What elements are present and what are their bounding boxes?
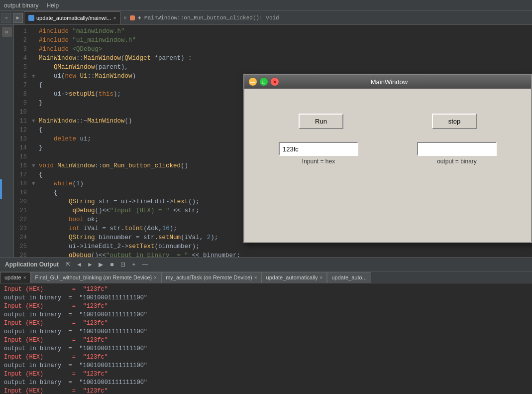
qt-window-controls: — □ ✕ bbox=[248, 77, 279, 86]
log-line-10: output in binary = "10010001111111100" bbox=[4, 362, 528, 370]
qt-input-binary[interactable] bbox=[417, 142, 497, 156]
log-text-5: Input (HEX) = "123fc" bbox=[4, 319, 108, 328]
menu-output-binary[interactable]: output binary bbox=[4, 2, 38, 9]
output-tab-my-actual-label: my_actualTask (on Remote Device) bbox=[166, 274, 252, 280]
qt-maximize-button[interactable]: □ bbox=[259, 77, 268, 86]
log-line-4: output in binary = "10010001111111100" bbox=[4, 311, 528, 319]
qt-label-output: output = binary bbox=[437, 158, 477, 165]
log-line-11: Input (HEX) = "123fc" bbox=[4, 370, 528, 379]
qt-window-title: MainWindow bbox=[279, 78, 499, 86]
qt-label-input: Inpunt = hex bbox=[302, 158, 335, 165]
menu-help[interactable]: Help bbox=[46, 2, 59, 9]
tab-label: update_automatically/mainwi... bbox=[36, 15, 111, 21]
log-line-2: output in binary = "10010001111111100" bbox=[4, 294, 528, 302]
tab-func-label: ♦ MainWindow::on_Run_button_clicked(): v… bbox=[135, 15, 282, 21]
log-line-7: Input (HEX) = "123fc" bbox=[4, 336, 528, 345]
output-tab-final-gui-label: Final_GUI_without_blinking (on Remote De… bbox=[35, 274, 152, 280]
code-line-1: 1#include "mainwindow.h" bbox=[14, 27, 532, 36]
output-panel: Application Output ⇱ ◄ ► ▶ ■ ⊡ + — updat… bbox=[0, 257, 532, 394]
qt-input-hex-group: Inpunt = hex bbox=[279, 142, 358, 165]
nav-forward-button[interactable]: ► bbox=[13, 13, 23, 23]
code-line-3: 3#include <QDebug> bbox=[14, 45, 532, 54]
log-line-13: Input (HEX) = "123fc" bbox=[4, 387, 528, 394]
output-tab-my-actual[interactable]: my_actualTask (on Remote Device) × bbox=[161, 272, 261, 283]
code-line-2: 2#include "ui_mainwindow.h" bbox=[14, 36, 532, 45]
output-run-button[interactable]: ▶ bbox=[97, 260, 106, 269]
log-text-13: Input (HEX) = "123fc" bbox=[4, 387, 108, 394]
output-tab-final-gui-close[interactable]: × bbox=[154, 275, 157, 280]
output-tab-update-auto2[interactable]: update_auto... bbox=[327, 272, 371, 283]
nav-back-button[interactable]: ◄ bbox=[1, 13, 11, 23]
log-line-3: Input (HEX) = "123fc" bbox=[4, 302, 528, 311]
output-tab-update-close[interactable]: × bbox=[23, 275, 26, 280]
qt-inputs-row: Inpunt = hex output = binary bbox=[254, 142, 521, 165]
qt-input-hex[interactable] bbox=[279, 142, 358, 156]
output-title: Application Output bbox=[2, 261, 62, 268]
log-text-9: Input (HEX) = "123fc" bbox=[4, 353, 108, 362]
log-text-11: Input (HEX) = "123fc" bbox=[4, 370, 108, 379]
log-text-2: output in binary = "10010001111111100" bbox=[4, 294, 147, 302]
tab-mainwi[interactable]: update_automatically/mainwi... × bbox=[24, 11, 120, 24]
output-minimize-button[interactable]: — bbox=[140, 260, 149, 269]
menu-bar: output binary Help bbox=[0, 0, 532, 11]
output-toolbar: Application Output ⇱ ◄ ► ▶ ■ ⊡ + — bbox=[0, 258, 532, 271]
qt-buttons-row: Run stop bbox=[254, 114, 521, 129]
log-line-1: Input (HEX) = "123fc" bbox=[4, 285, 528, 294]
cpp-file-icon bbox=[28, 15, 34, 21]
qt-window: — □ ✕ MainWindow Run stop Inpunt = hex o… bbox=[243, 74, 532, 243]
output-rerun-button[interactable]: ⊡ bbox=[118, 260, 127, 269]
code-line-4: 4MainWindow::MainWindow(QWidget *parent)… bbox=[14, 54, 532, 63]
qt-close-button[interactable]: ✕ bbox=[270, 77, 279, 86]
output-nav-prev-button[interactable]: ◄ bbox=[75, 260, 84, 269]
output-tab-update-auto-label: update_automatically bbox=[266, 274, 318, 280]
qt-body: Run stop Inpunt = hex output = binary bbox=[244, 89, 531, 175]
output-add-button[interactable]: + bbox=[129, 260, 138, 269]
output-stop-button[interactable]: ■ bbox=[107, 260, 116, 269]
log-text-4: output in binary = "10010001111111100" bbox=[4, 311, 147, 319]
output-tab-my-actual-close[interactable]: × bbox=[254, 275, 257, 280]
qt-run-button[interactable]: Run bbox=[299, 114, 343, 129]
log-text-10: output in binary = "10010001111111100" bbox=[4, 362, 147, 370]
log-line-9: Input (HEX) = "123fc" bbox=[4, 353, 528, 362]
log-line-8: output in binary = "10010001111111100" bbox=[4, 345, 528, 353]
output-tab-update-auto2-label: update_auto... bbox=[331, 274, 366, 280]
qt-stop-button[interactable]: stop bbox=[432, 114, 477, 129]
log-text-12: output in binary = "10010001111111100" bbox=[4, 379, 147, 387]
code-line-5: 5 QMainWindow(parent), bbox=[14, 63, 532, 72]
log-text-3: Input (HEX) = "123fc" bbox=[4, 302, 108, 311]
tab-hash[interactable]: # bbox=[120, 15, 130, 21]
log-text-8: output in binary = "10010001111111100" bbox=[4, 345, 147, 353]
output-tab-update-auto-close[interactable]: × bbox=[320, 275, 323, 280]
output-tab-final-gui[interactable]: Final_GUI_without_blinking (on Remote De… bbox=[31, 272, 162, 283]
log-text-6: output in binary = "10010001111111100" bbox=[4, 328, 147, 336]
tab-bar: ◄ ► update_automatically/mainwi... × # ♦… bbox=[0, 11, 532, 25]
log-line-12: output in binary = "10010001111111100" bbox=[4, 379, 528, 387]
function-icon bbox=[130, 15, 135, 20]
output-tab-update[interactable]: update × bbox=[0, 272, 31, 283]
qt-minimize-button[interactable]: — bbox=[248, 77, 257, 86]
output-nav-next-button[interactable]: ► bbox=[86, 260, 95, 269]
log-line-5: Input (HEX) = "123fc" bbox=[4, 319, 528, 328]
output-tab-update-auto[interactable]: update_automatically × bbox=[262, 272, 327, 283]
output-tab-update-label: update bbox=[4, 274, 21, 280]
output-pin-button[interactable]: ⇱ bbox=[64, 260, 73, 269]
log-text-7: Input (HEX) = "123fc" bbox=[4, 336, 108, 345]
output-log: Input (HEX) = "123fc" output in binary =… bbox=[0, 283, 532, 394]
log-text-1: Input (HEX) = "123fc" bbox=[4, 285, 108, 294]
log-line-6: output in binary = "10010001111111100" bbox=[4, 328, 528, 336]
blue-bar-1 bbox=[0, 179, 2, 199]
output-tabs: update × Final_GUI_without_blinking (on … bbox=[0, 271, 532, 283]
qt-titlebar: — □ ✕ MainWindow bbox=[244, 75, 531, 89]
qt-input-binary-group: output = binary bbox=[417, 142, 497, 165]
tab-close-icon[interactable]: × bbox=[113, 15, 116, 21]
sidebar-icon-1[interactable]: ⚙ bbox=[2, 27, 12, 37]
code-line-25: 25 ui->lineEdit_2->setText(binnumber); bbox=[14, 242, 532, 251]
